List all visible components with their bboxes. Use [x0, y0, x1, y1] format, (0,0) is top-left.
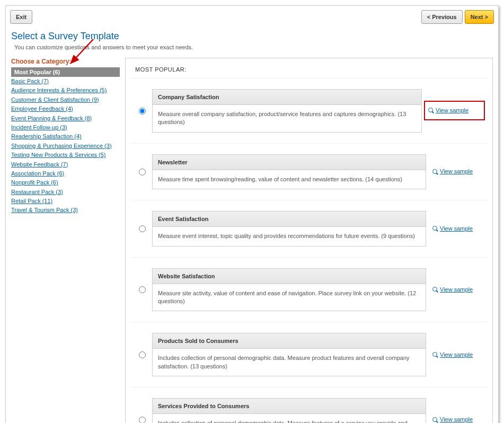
template-description: Measure time spent browsing/reading, val… [153, 170, 426, 189]
category-link[interactable]: Shopping & Purchasing Experience (3) [11, 142, 120, 151]
template-title: Services Provided to Consumers [153, 399, 426, 414]
view-sample-link[interactable]: View sample [440, 416, 473, 422]
category-selected[interactable]: Most Popular (6) [11, 67, 120, 77]
template-radio[interactable] [139, 417, 146, 423]
category-link[interactable]: Employee Feedback (4) [11, 104, 120, 113]
template-title: Event Satisfaction [153, 212, 426, 227]
template-radio[interactable] [139, 225, 146, 232]
template-card: Company SatisfactionMeasure overall comp… [152, 89, 422, 133]
category-link[interactable]: Event Planning & Feedback (8) [11, 114, 120, 123]
magnifier-icon [432, 226, 439, 232]
template-description: Measure overall company satisfaction, pr… [153, 105, 421, 132]
template-radio[interactable] [139, 351, 146, 358]
template-row: Products Sold to ConsumersIncludes colle… [131, 322, 487, 387]
template-card: Products Sold to ConsumersIncludes colle… [152, 333, 426, 376]
template-radio[interactable] [139, 169, 146, 175]
next-button[interactable]: Next > [465, 10, 494, 24]
template-title: Website Satisfaction [153, 269, 426, 284]
template-title: Newsletter [153, 155, 426, 170]
template-row: NewsletterMeasure time spent browsing/re… [131, 143, 487, 200]
template-title: Company Satisfaction [153, 90, 421, 105]
exit-button[interactable]: Exit [10, 10, 32, 24]
section-heading: MOST POPULAR: [135, 66, 487, 73]
category-sidebar: Choose a Category: Most Popular (6) Basi… [11, 58, 120, 215]
magnifier-icon [432, 417, 439, 423]
template-description: Includes collection of personal demograp… [153, 349, 426, 376]
template-card: NewsletterMeasure time spent browsing/re… [152, 154, 426, 189]
view-sample-link[interactable]: View sample [440, 351, 473, 358]
page-title: Select a Survey Template [11, 31, 493, 42]
template-card: Event SatisfactionMeasure event interest… [152, 211, 426, 246]
template-row: Company SatisfactionMeasure overall comp… [131, 78, 487, 143]
magnifier-icon [432, 169, 439, 175]
category-link[interactable]: Audience Interests & Preferences (5) [11, 86, 120, 95]
template-title: Products Sold to Consumers [153, 333, 426, 349]
view-sample-link[interactable]: View sample [436, 107, 468, 113]
template-description: Measure site activity, value of content … [153, 284, 426, 311]
category-link[interactable]: Restaurant Pack (3) [11, 188, 120, 197]
top-toolbar: Exit < Previous Next > [6, 6, 498, 28]
view-sample-link[interactable]: View sample [440, 225, 473, 232]
template-card: Website SatisfactionMeasure site activit… [152, 268, 426, 312]
magnifier-icon [432, 287, 439, 293]
view-sample-link[interactable]: View sample [440, 286, 473, 293]
template-radio[interactable] [139, 286, 146, 293]
category-link[interactable]: Website Feedback (7) [11, 160, 120, 169]
templates-panel: MOST POPULAR: Company SatisfactionMeasur… [125, 58, 493, 423]
category-link[interactable]: Incident Follow-up (3) [11, 123, 120, 132]
template-row: Website SatisfactionMeasure site activit… [131, 257, 487, 322]
template-row: Event SatisfactionMeasure event interest… [131, 200, 487, 257]
view-sample-link[interactable]: View sample [440, 168, 473, 174]
category-link[interactable]: Testing New Products & Services (5) [11, 151, 120, 160]
template-card: Services Provided to ConsumersIncludes c… [152, 398, 426, 423]
page-subtitle: You can customize questions and answers … [14, 44, 493, 50]
category-link[interactable]: Travel & Tourism Pack (3) [11, 206, 120, 215]
category-link[interactable]: Readership Satisfaction (4) [11, 132, 120, 141]
choose-category-label: Choose a Category: [11, 58, 120, 65]
template-radio[interactable] [139, 108, 146, 114]
category-link[interactable]: Basic Pack (7) [11, 77, 120, 86]
magnifier-icon [432, 352, 439, 358]
template-row: Services Provided to ConsumersIncludes c… [131, 387, 487, 423]
previous-button[interactable]: < Previous [421, 10, 463, 24]
template-description: Measure event interest, topic quality an… [153, 227, 426, 245]
category-link[interactable]: Nonprofit Pack (6) [11, 178, 120, 187]
magnifier-icon [428, 108, 435, 114]
wizard-container: Exit < Previous Next > Select a Survey T… [5, 5, 499, 423]
category-link[interactable]: Association Pack (6) [11, 169, 120, 178]
template-description: Includes collection of personal demograp… [153, 414, 426, 423]
category-link[interactable]: Customer & Client Satisfaction (9) [11, 95, 120, 104]
category-link[interactable]: Retail Pack (11) [11, 197, 120, 206]
